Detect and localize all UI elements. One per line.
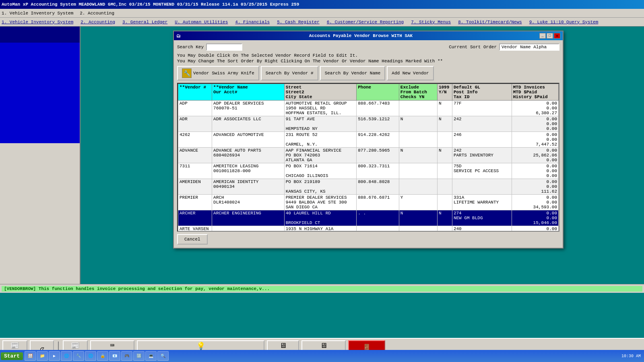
cell-mtd: 0.00	[512, 226, 558, 232]
table-row[interactable]: 4262 ADVANCED AUTOMOTIVE 231 ROUTE 52CAR…	[178, 132, 559, 148]
win-task-11[interactable]: 💻	[145, 351, 157, 361]
cell-street: 40 LAUREL HILL RDBROOKFIELD CT	[284, 210, 357, 226]
sort-order-container: Current Sort Order Vendor Name Alpha	[449, 43, 559, 51]
keyboard-icon: ⌨	[110, 341, 115, 350]
cell-phone: 888.667.7483	[357, 101, 399, 116]
menu-vehicle[interactable]: 1. Vehicle Inventory System	[2, 11, 73, 16]
status-text: [VENDORBROW] This function handles invoi…	[2, 286, 642, 292]
table-row[interactable]: ADVANCE ADVANCE AUTO PARTS6804026934 AAP…	[178, 148, 559, 163]
nav-gl[interactable]: 3. General Ledger	[122, 20, 167, 25]
knife-icon: 🔧	[182, 68, 192, 78]
table-row[interactable]: ADP ADP DEALER SERVICES760070-51 AUTOMOT…	[178, 101, 559, 116]
info-line-2: You May Change The Sort Order By Right C…	[177, 59, 559, 64]
cell-phone	[357, 226, 399, 232]
win-task-7[interactable]: 🔒	[97, 351, 108, 361]
win-task-9[interactable]: 🎮	[121, 351, 132, 361]
desktop: 🗂 Accounts Payable Vendor Browse WITH SA…	[0, 27, 644, 284]
cell-mtd: 0.000.000.00	[512, 163, 558, 179]
sort-order-label: Current Sort Order	[449, 45, 497, 49]
nav-utilities[interactable]: U. Automan Utilities	[175, 20, 228, 25]
nav-bar: 1. Vehicle Inventory System 2. Accountin…	[0, 18, 644, 27]
cell-exclude: Y	[399, 195, 437, 210]
search-vendor-num-btn[interactable]: Search By Vendor #	[261, 66, 318, 80]
cell-vendor-name: AMERICAN IDENTITY00490134	[212, 179, 285, 195]
win-task-10[interactable]: 🔢	[133, 351, 144, 361]
cancel-button[interactable]: Cancel	[177, 234, 208, 245]
cell-gl	[452, 179, 512, 195]
cell-phone: 914.228.4262	[357, 132, 399, 148]
status-bar: [VENDORBROW] This function handles invoi…	[0, 284, 644, 293]
cell-gl: 331ALIFETIME WARRANTY	[452, 195, 512, 210]
cell-mtd: 0.000.000.00	[512, 116, 558, 132]
cell-street: PO BOX 71614CHICAGO ILLINOIS	[284, 163, 357, 179]
table-row[interactable]: AMERIDEN AMERICAN IDENTITY00490134 PO BO…	[178, 179, 559, 195]
cell-gl: 274NEW GM BLDG	[452, 210, 512, 226]
modal-restore-btn[interactable]: □	[547, 33, 553, 39]
nav-luke[interactable]: 9. Luke 11:10 Query System	[529, 20, 599, 25]
nav-customer[interactable]: 6. Customer/Service Reporting	[327, 20, 404, 25]
cell-vendor-num: ADR	[178, 116, 212, 132]
cell-vendor-num: 4262	[178, 132, 212, 148]
table-row[interactable]: ARTE VARSEN 1935 N HIGHWAY A1A 240 0.00	[178, 226, 559, 232]
cell-street: AUTOMOTIVE RETAIL GROUP1950 HASSELL RDHO…	[284, 101, 357, 116]
cell-mtd: 0.0025,862.060.00	[512, 148, 558, 163]
table-row[interactable]: PREMIER ARCHDLR1408024 PREMIER DEALER SE…	[178, 195, 559, 210]
cell-1099	[437, 132, 452, 148]
win-task-2[interactable]: 📁	[37, 351, 48, 361]
cell-1099: N	[437, 116, 452, 132]
modal-close-btn[interactable]: ✕	[554, 33, 560, 39]
nav-vehicle[interactable]: 1. Vehicle Inventory System	[2, 20, 73, 25]
menu-accounting[interactable]: 2. Accounting	[80, 11, 114, 16]
table-row[interactable]: ARCHER ARCHER ENGINEERING 40 LAUREL HILL…	[178, 210, 559, 226]
win-task-8[interactable]: 📧	[109, 351, 120, 361]
vendor-browse-modal: 🗂 Accounts Payable Vendor Browse WITH SA…	[173, 31, 564, 249]
cell-vendor-num: ADP	[178, 101, 212, 116]
sidebar-top	[0, 27, 80, 43]
search-row: Search Key Current Sort Order Vendor Nam…	[177, 43, 559, 51]
win-task-5[interactable]: 🔧	[73, 351, 84, 361]
windows-start-btn[interactable]: Start	[1, 352, 23, 360]
col-vendor-num[interactable]: **Vendor #	[178, 84, 212, 101]
win-task-6[interactable]: 🌐	[85, 351, 96, 361]
table-row[interactable]: 7311 AMERITECH LEASING0010011828-000 PO …	[178, 163, 559, 179]
win-task-4[interactable]: 🌐	[61, 351, 72, 361]
cell-vendor-num: ARTE VARSEN	[178, 226, 212, 232]
cell-1099	[437, 179, 452, 195]
vendor-knife-btn[interactable]: 🔧 Vendor Swiss Army Knife	[177, 66, 259, 80]
table-row[interactable]: ADR ADR ASSOCIATES LLC 91 TAFT AVEHEMPST…	[178, 116, 559, 132]
cell-vendor-num: 7311	[178, 163, 212, 179]
win-task-1[interactable]: 🪟	[25, 351, 36, 361]
cell-exclude: N	[399, 210, 437, 226]
modal-minimize-btn[interactable]: _	[539, 33, 546, 39]
win-task-12[interactable]: 🔍	[157, 351, 169, 361]
nav-financials[interactable]: 4. Financials	[235, 20, 270, 25]
cell-mtd: 0.000.007,447.52	[512, 132, 558, 148]
cell-street: 91 TAFT AVEHEMPSTEAD NY	[284, 116, 357, 132]
modal-title-icon: 🗂	[176, 33, 181, 39]
nav-toolkit[interactable]: 8. Toolkit/Timecard/News	[458, 20, 522, 25]
nav-sticky[interactable]: 7. Sticky Menus	[411, 20, 451, 25]
cell-phone: 800.323.7311	[357, 163, 399, 179]
search-vendor-name-btn[interactable]: Search By Vendor Name	[320, 66, 386, 80]
outer-title-text: AutoMan xP Accounting System MEADOWLAND …	[2, 2, 299, 7]
cell-street: PREMIER DEALER SERVICES9449 BALBOA AVE S…	[284, 195, 357, 210]
left-sidebar	[0, 27, 80, 284]
nav-accounting[interactable]: 2. Accounting	[80, 20, 115, 25]
cell-phone: 877.280.5965	[357, 148, 399, 163]
cell-vendor-name: ARCHER ENGINEERING	[212, 210, 285, 226]
cell-phone: 800.848.8028	[357, 179, 399, 195]
win-task-3[interactable]: ▶	[49, 351, 60, 361]
vendor-table-wrapper[interactable]: **Vendor # **Vendor NameOur Acct# Street…	[177, 83, 559, 232]
modal-title-buttons: _ □ ✕	[539, 33, 560, 39]
win-task-items: 🪟 📁 ▶ 🌐 🔧 🌐 🔒 📧 🎮 🔢 💻 🔍	[25, 351, 619, 361]
nav-cash[interactable]: 5. Cash Register	[277, 20, 320, 25]
add-vendor-btn[interactable]: Add New Vendor	[387, 66, 433, 80]
search-key-input[interactable]	[206, 43, 242, 51]
cell-gl: 242	[452, 116, 512, 132]
cell-vendor-name: ADVANCE AUTO PARTS6804026934	[212, 148, 285, 163]
cell-mtd: 0.000.0015,046.00	[512, 210, 558, 226]
cell-gl: 240	[452, 226, 512, 232]
cell-vendor-num: PREMIER	[178, 195, 212, 210]
col-vendor-name[interactable]: **Vendor NameOur Acct#	[212, 84, 285, 101]
cell-gl: 77F	[452, 101, 512, 116]
